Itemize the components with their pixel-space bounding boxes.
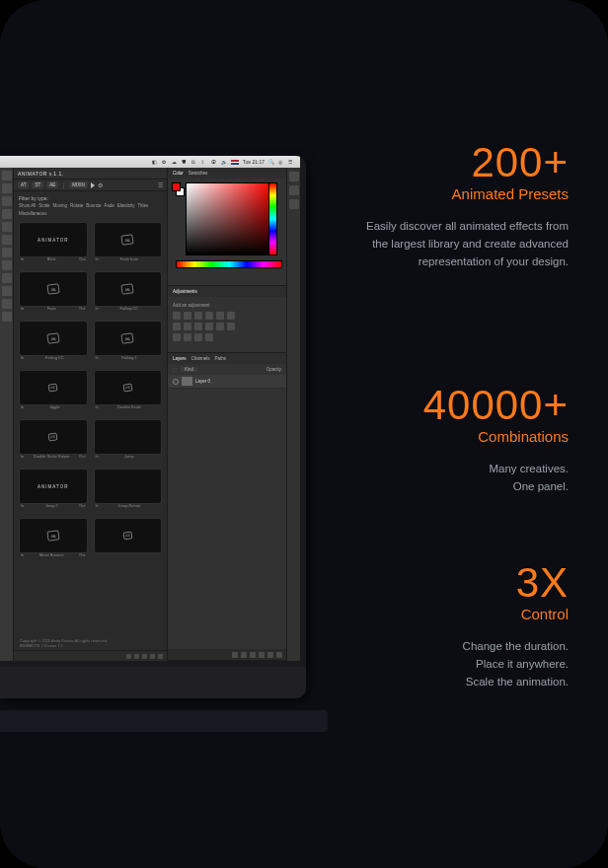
adj-icon[interactable] <box>173 333 181 341</box>
tool-icon[interactable] <box>2 286 12 296</box>
adj-icon[interactable] <box>216 312 224 320</box>
filter-tag[interactable]: Scale <box>38 203 49 208</box>
tool-icon[interactable] <box>2 248 12 257</box>
preset-thumb[interactable]: AEInFalling CC <box>19 321 88 356</box>
menu-ico-dropbox[interactable]: ⧉ <box>191 159 197 165</box>
status-icon[interactable] <box>126 654 131 659</box>
tool-icon[interactable] <box>2 222 12 232</box>
toolbar-at-button[interactable]: AT <box>18 181 29 188</box>
layer-action-icon[interactable] <box>267 652 273 658</box>
toolbar-ae-button[interactable]: AE <box>46 181 58 188</box>
adj-icon[interactable] <box>205 323 213 330</box>
preset-thumb[interactable]: AEInDouble Scale RotateOut <box>19 419 88 455</box>
adj-icon[interactable] <box>173 323 181 330</box>
filter-tag[interactable]: Miscellaneous <box>19 211 47 216</box>
preset-thumb[interactable]: AEInJiggle <box>19 370 88 405</box>
hue-column[interactable] <box>268 182 277 255</box>
menubar-time[interactable]: Tue 21:17 <box>243 159 265 165</box>
filter-tag[interactable]: Bounce <box>86 203 101 208</box>
tool-icon[interactable] <box>2 183 12 193</box>
menu-ico-wifi[interactable]: ⦿ <box>211 159 217 165</box>
preset-thumb[interactable]: ANIMATORInJump 2Out <box>19 469 88 504</box>
collapsed-panel-icon[interactable] <box>289 199 299 209</box>
filter-tag[interactable]: Rotate <box>70 203 83 208</box>
menu-ico-2[interactable]: ✿ <box>162 159 168 165</box>
layer-row[interactable]: Layer 0 <box>168 375 286 389</box>
menu-ico-bt[interactable]: ᛒ <box>201 159 207 165</box>
filter-row: Filter by type: Show All Scale Moving Ro… <box>14 191 167 218</box>
status-icon[interactable] <box>158 654 163 659</box>
adj-icon[interactable] <box>184 312 191 320</box>
menu-ico-shield[interactable]: ⛊ <box>182 159 188 165</box>
settings-icon[interactable]: ⚙ <box>98 182 103 188</box>
preset-thumb[interactable]: AE <box>94 518 163 553</box>
toolbar-st-button[interactable]: ST <box>32 181 43 188</box>
tab-color[interactable]: Color <box>173 171 184 176</box>
visibility-icon[interactable] <box>173 379 179 385</box>
menu-ico-vol[interactable]: 🔈 <box>221 159 227 165</box>
color-picker[interactable] <box>186 182 272 255</box>
layer-action-icon[interactable] <box>232 652 238 658</box>
filter-tag[interactable]: Elasticity <box>117 203 135 208</box>
preset-thumb[interactable]: InJump Rotate <box>94 469 163 504</box>
adj-icon[interactable] <box>227 323 235 330</box>
preset-thumb[interactable]: AEInFadeOut <box>19 271 88 307</box>
adj-icon[interactable] <box>184 333 191 341</box>
toolbar-mixin-button[interactable]: MIXIN <box>69 181 88 188</box>
adj-icon[interactable] <box>205 333 213 341</box>
adj-icon[interactable] <box>205 312 213 320</box>
tab-adjustments[interactable]: Adjustments <box>173 289 197 294</box>
menu-ico-1[interactable]: ◧ <box>152 159 158 165</box>
status-icon[interactable] <box>142 654 147 659</box>
menu-ico-siri[interactable]: ◎ <box>278 159 284 165</box>
collapsed-panel-icon[interactable] <box>289 172 299 181</box>
menu-flag-icon[interactable] <box>231 160 239 165</box>
adj-icon[interactable] <box>216 323 224 330</box>
layer-action-icon[interactable] <box>250 652 256 658</box>
adj-icon[interactable] <box>194 333 202 341</box>
collapsed-panel-icon[interactable] <box>289 185 299 195</box>
status-icon[interactable] <box>150 654 155 659</box>
hue-strip[interactable] <box>176 260 282 268</box>
tool-icon[interactable] <box>2 171 12 181</box>
filter-tag[interactable]: Moving <box>53 203 68 208</box>
menu-ico-cloud[interactable]: ☁ <box>172 159 178 165</box>
tab-paths[interactable]: Paths <box>215 356 227 361</box>
tool-icon[interactable] <box>2 196 12 206</box>
adj-icon[interactable] <box>184 323 191 330</box>
filter-tag[interactable]: Show All <box>19 203 36 208</box>
tool-icon[interactable] <box>2 273 12 283</box>
adj-icon[interactable] <box>194 312 202 320</box>
tab-channels[interactable]: Channels <box>191 356 210 361</box>
fgbg-swatch[interactable] <box>172 182 182 196</box>
layer-action-icon[interactable] <box>276 652 282 658</box>
preset-thumb[interactable]: InJump <box>94 419 163 455</box>
tool-icon[interactable] <box>2 312 12 322</box>
preset-thumb[interactable]: AEInDouble Scale <box>94 370 163 405</box>
layer-action-icon[interactable] <box>259 652 265 658</box>
adj-icon[interactable] <box>173 312 181 320</box>
menu-ico-notif[interactable]: ☰ <box>288 159 294 165</box>
tab-layers[interactable]: Layers <box>173 356 187 361</box>
filter-tag[interactable]: Titles <box>138 203 149 208</box>
filter-tag[interactable]: Fade <box>105 203 114 208</box>
tool-icon[interactable] <box>2 209 12 219</box>
tool-icon[interactable] <box>2 235 12 245</box>
preset-thumb[interactable]: AEInMove BounceOut <box>19 518 88 553</box>
tool-icon[interactable] <box>2 260 12 270</box>
adj-icon[interactable] <box>194 323 202 330</box>
preset-thumb[interactable]: AEInFade from <box>94 222 163 257</box>
preset-thumb[interactable]: AEInFalling CC <box>94 271 163 307</box>
play-icon[interactable] <box>91 182 95 188</box>
preset-thumb[interactable]: ANIMATORInBlinkOut <box>19 222 88 257</box>
preset-thumb[interactable]: AEInFalling 2 <box>94 321 163 356</box>
menu-ico-spotlight[interactable]: 🔍 <box>268 159 274 165</box>
layer-kind-select[interactable]: Kind <box>181 367 197 372</box>
tool-icon[interactable] <box>2 299 12 309</box>
foreground-swatch[interactable] <box>172 182 181 191</box>
adj-icon[interactable] <box>227 312 235 320</box>
status-icon[interactable] <box>134 654 139 659</box>
layer-action-icon[interactable] <box>241 652 247 658</box>
tab-swatches[interactable]: Swatches <box>189 171 208 176</box>
toolbar-menu-icon[interactable]: ☰ <box>158 182 163 188</box>
